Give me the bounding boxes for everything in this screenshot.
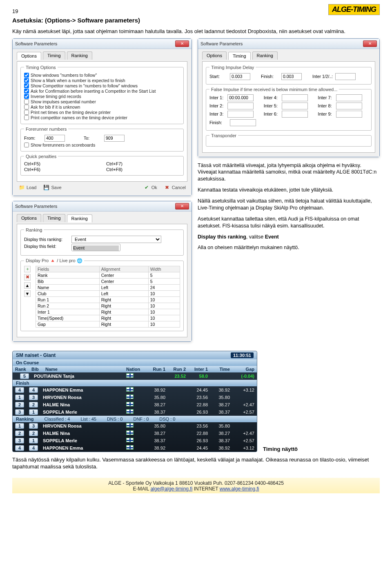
close-icon[interactable]: ✕	[175, 40, 189, 47]
table-row[interactable]: NameLeft24	[36, 284, 180, 290]
transponder-legend: Transponder	[209, 133, 238, 138]
flag-icon	[126, 387, 134, 392]
result-row: 31SOPPELA Merle38.3726.9338.37+2.57	[13, 408, 257, 416]
tab-ranking[interactable]: Ranking	[67, 51, 92, 60]
dialog-title: Software Parameters	[200, 41, 243, 46]
inter-label: Inter 7:	[318, 95, 332, 100]
finish2-input[interactable]	[230, 119, 256, 126]
to-label: To:	[84, 136, 102, 140]
option-checkbox[interactable]	[24, 115, 29, 120]
remove-icon[interactable]: ✖	[24, 274, 31, 281]
flag-icon	[126, 402, 134, 406]
table-row[interactable]: Inter 1Right10	[36, 309, 180, 315]
table-row[interactable]: ClubLeft10	[36, 290, 180, 296]
stat-list: List : 45	[80, 417, 96, 421]
option-label: Ask for Confirmation before inserting a …	[31, 89, 156, 94]
table-row[interactable]: Run 1Right10	[36, 296, 180, 303]
option-checkbox[interactable]	[24, 105, 29, 109]
stat-dsq: DSQ : 0	[159, 417, 175, 421]
footer-line2: E-MAIL alge@alge-timing.fi INTERNET www.…	[12, 486, 380, 492]
inter-input[interactable]	[282, 111, 308, 118]
inter-label: Inter 9:	[318, 111, 332, 116]
save-button[interactable]: 💾Save	[43, 184, 61, 191]
option-checkbox[interactable]	[24, 99, 29, 104]
inter-label: Inter 2:	[209, 103, 223, 108]
hotkey-label: Ctrl+F5)	[24, 161, 98, 166]
software-parameters-dialog-options: Software Parameters ✕ Options Timing Ran…	[12, 38, 192, 196]
col-time: Time	[210, 366, 232, 372]
display-this-field-list[interactable]: RunEventInter 1	[71, 244, 120, 251]
table-row[interactable]: Run 2Right10	[36, 303, 180, 309]
option-label: Inverse timing grid records	[31, 94, 81, 99]
ok-button[interactable]: ✔Ok	[143, 184, 157, 191]
option-checkbox[interactable]	[24, 94, 29, 99]
option-checkbox[interactable]	[24, 89, 29, 94]
option-label: Show windows "numbers to follow"	[31, 73, 97, 78]
option-checkbox[interactable]	[24, 78, 29, 83]
inter-label: Inter 4:	[264, 95, 278, 100]
table-row[interactable]: RankCenter5	[36, 272, 180, 278]
fields-table[interactable]: Fields Alignment Width RankCenter5BibCen…	[36, 266, 180, 328]
to-input[interactable]	[104, 135, 125, 142]
inter-input[interactable]	[336, 94, 362, 101]
inter-input[interactable]	[227, 94, 254, 101]
section-ranking: Ranking	[16, 417, 33, 421]
tab-timing[interactable]: Timing	[228, 52, 251, 60]
finish-input[interactable]	[281, 73, 302, 80]
option-checkbox[interactable]	[24, 83, 29, 88]
footer-email[interactable]: alge@alge-timing.fi	[150, 486, 192, 492]
footer-paragraph: Tässä näytössä näkyy kilpailun kulku. Va…	[12, 456, 380, 470]
table-row[interactable]: Time(/Speed)Right10	[36, 315, 180, 321]
result-row: 31SOPPELA Merle38.3726.9338.37+2.57	[13, 437, 257, 444]
quick-penalties-legend: Quick penalties	[24, 154, 58, 159]
col-fields: Fields	[36, 266, 100, 272]
table-row[interactable]: BibCenter5	[36, 278, 180, 284]
load-button[interactable]: 📁Load	[18, 184, 36, 191]
inter-input[interactable]	[282, 103, 308, 109]
brand-logo: ALGE-TIMING	[328, 4, 380, 15]
inter12-label: Inter 1/2/..:	[312, 74, 333, 79]
page-footer: ALGE - Sportele Oy Valkokuja 1 88610 Vuo…	[12, 478, 380, 493]
finish2-label: Finish:	[209, 120, 227, 125]
inter-input[interactable]	[282, 94, 308, 101]
clock: 11:30:51	[231, 352, 254, 358]
move-down-icon[interactable]: ▼	[24, 290, 31, 297]
timing-options-legend: Timing Options	[24, 65, 58, 70]
tab-ranking[interactable]: Ranking	[67, 214, 92, 223]
footer-web[interactable]: www.alge-timing.fi	[220, 486, 259, 492]
display-this-ranking-select[interactable]: Event	[71, 236, 161, 243]
displaypro-legend: Display Pro 🔺 / Live pro 🌐	[24, 258, 84, 263]
close-icon[interactable]: ✕	[363, 40, 377, 47]
from-input[interactable]	[45, 135, 65, 142]
col-nation: Nation	[124, 366, 146, 372]
option-label: Ask for bib if it is unknown	[31, 105, 80, 109]
option-label: Show Competitor names in "numbers to fol…	[31, 83, 138, 88]
tab-timing[interactable]: Timing	[43, 51, 65, 60]
tab-options[interactable]: Options	[202, 51, 227, 60]
inter-input[interactable]	[336, 111, 362, 118]
close-icon[interactable]: ✕	[175, 203, 189, 209]
tab-options[interactable]: Options	[17, 52, 41, 60]
from-label: From:	[24, 136, 42, 140]
cancel-button[interactable]: ✖Cancel	[164, 184, 186, 191]
add-icon[interactable]: ＋	[24, 266, 31, 272]
option-label: Show a Mark when a number is expected to…	[31, 78, 125, 83]
result-row: 22HALME Nina38.2722.8838.27+2.47	[13, 430, 257, 437]
tab-options[interactable]: Options	[17, 214, 41, 222]
dialog-title: Software Parameters	[15, 41, 57, 46]
move-up-icon[interactable]: ▲	[24, 282, 31, 289]
inter-input[interactable]	[227, 103, 254, 109]
option-checkbox[interactable]	[24, 73, 29, 78]
tab-ranking[interactable]: Ranking	[252, 51, 278, 60]
show-forerunners-checkbox[interactable]	[24, 143, 29, 147]
inter12-input[interactable]	[335, 73, 356, 80]
inter-input[interactable]	[336, 103, 362, 109]
body-paragraph: Alla on oheisen määrittelyn mukainen näy…	[198, 244, 380, 251]
option-checkbox[interactable]	[24, 110, 29, 115]
inter-input[interactable]	[227, 111, 254, 118]
tab-timing[interactable]: Timing	[43, 214, 65, 222]
ranking-legend: Ranking	[24, 227, 44, 232]
table-row[interactable]: GapRight10	[36, 321, 180, 327]
start-input[interactable]	[230, 73, 250, 80]
timing-caption: Timing näyttö	[263, 446, 298, 452]
